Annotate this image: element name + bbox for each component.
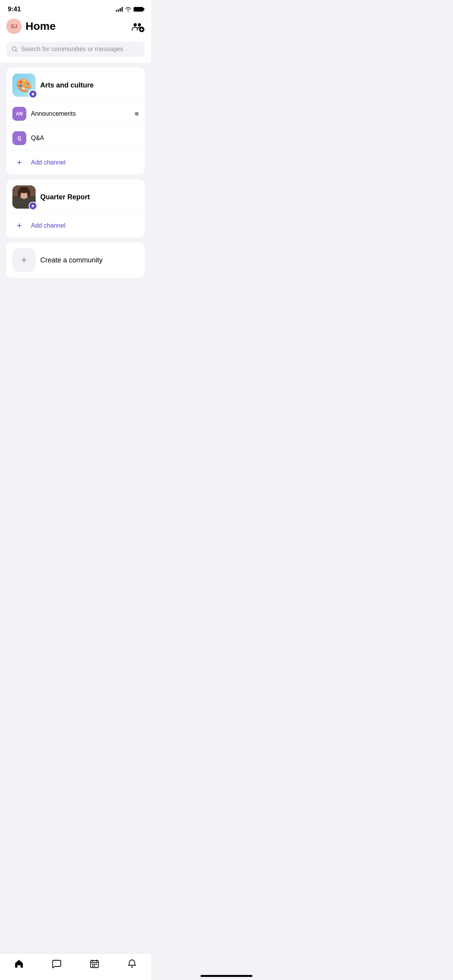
add-channel-qr[interactable]: + Add channel bbox=[6, 214, 145, 238]
community-header-arts-culture[interactable]: 🎨 Arts and culture bbox=[6, 67, 145, 102]
status-bar: 9:41 bbox=[0, 0, 151, 15]
battery-icon bbox=[134, 7, 143, 12]
community-name-qr: Quarter Report bbox=[40, 193, 90, 201]
channel-name-announcements: Announcements bbox=[31, 110, 139, 117]
search-icon bbox=[12, 46, 18, 52]
signal-icon bbox=[116, 7, 123, 12]
wifi-icon bbox=[125, 7, 131, 12]
channel-icon-announcements: AN bbox=[12, 107, 26, 121]
channel-row-announcements[interactable]: AN Announcements bbox=[6, 102, 145, 126]
community-card-quarter-report: Quarter Report + Add channel bbox=[6, 179, 145, 238]
create-community-icon: + bbox=[12, 248, 36, 272]
channel-row-qanda[interactable]: Q Q&A bbox=[6, 126, 145, 151]
create-community-label: Create a community bbox=[40, 256, 103, 264]
channel-name-qanda: Q&A bbox=[31, 135, 139, 142]
add-channel-plus-icon-qr: + bbox=[12, 219, 26, 233]
add-channel-plus-icon: + bbox=[12, 156, 26, 170]
add-channel-label-qr: Add channel bbox=[31, 222, 65, 229]
header: SJ Home bbox=[0, 15, 151, 39]
community-header-quarter-report[interactable]: Quarter Report bbox=[6, 179, 145, 214]
admin-badge-qr bbox=[29, 202, 37, 210]
unread-indicator bbox=[135, 112, 139, 116]
status-time: 9:41 bbox=[8, 5, 21, 13]
svg-point-9 bbox=[18, 190, 21, 197]
community-name-arts: Arts and culture bbox=[40, 81, 94, 89]
create-community-card[interactable]: + Create a community bbox=[6, 242, 145, 278]
add-community-icon[interactable] bbox=[131, 19, 145, 33]
search-placeholder: Search for communities or messages bbox=[21, 46, 123, 53]
svg-point-0 bbox=[134, 23, 137, 26]
add-channel-label-arts: Add channel bbox=[31, 159, 65, 166]
avatar[interactable]: SJ bbox=[6, 19, 22, 34]
svg-point-1 bbox=[138, 23, 141, 26]
search-container: Search for communities or messages bbox=[0, 39, 151, 63]
status-icons bbox=[116, 7, 143, 12]
community-card-arts-culture: 🎨 Arts and culture AN Announcements Q Q&… bbox=[6, 67, 145, 175]
community-logo-wrap-qr bbox=[12, 185, 36, 209]
add-channel-arts[interactable]: + Add channel bbox=[6, 151, 145, 175]
search-bar[interactable]: Search for communities or messages bbox=[6, 42, 145, 57]
main-content: 🎨 Arts and culture AN Announcements Q Q&… bbox=[0, 63, 151, 283]
channel-icon-qanda: Q bbox=[12, 131, 26, 145]
admin-badge bbox=[29, 90, 37, 98]
community-logo-wrap: 🎨 bbox=[12, 74, 36, 97]
svg-point-10 bbox=[27, 190, 30, 197]
page-title: Home bbox=[26, 20, 127, 33]
